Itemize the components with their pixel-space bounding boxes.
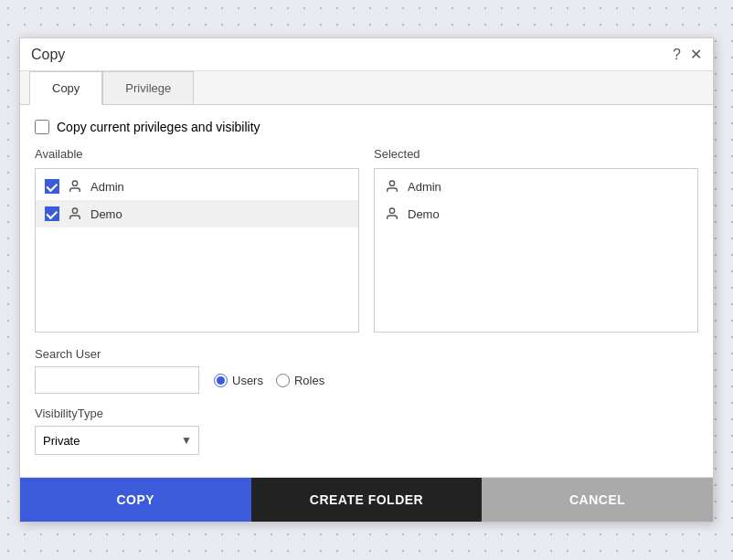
user-icon [67, 178, 83, 195]
selected-list: Admin Demo [374, 168, 698, 333]
radio-roles[interactable]: Roles [276, 374, 324, 387]
radio-users-label: Users [232, 374, 263, 387]
dialog-footer: COPY CREATE FOLDER CANCEL [20, 477, 713, 522]
dialog-title: Copy [31, 47, 65, 63]
search-input[interactable] [35, 366, 199, 394]
demo-name: Demo [90, 207, 122, 221]
copy-dialog: Copy ? ✕ Copy Privilege Copy current pri… [19, 37, 714, 523]
radio-users-input[interactable] [214, 374, 228, 387]
user-icon [67, 206, 83, 222]
radio-roles-label: Roles [294, 374, 324, 387]
user-icon [384, 178, 400, 195]
svg-point-1 [72, 208, 77, 213]
tab-copy[interactable]: Copy [29, 71, 102, 105]
copy-privileges-label: Copy current privileges and visibility [57, 120, 260, 134]
selected-admin-name: Admin [408, 180, 441, 194]
list-item[interactable]: Demo [375, 200, 697, 227]
search-row: Users Roles [35, 366, 698, 394]
available-list: Admin Demo [35, 168, 359, 333]
copy-privileges-row: Copy current privileges and visibility [35, 120, 698, 134]
visibility-select[interactable]: Private Public Internal [35, 426, 199, 455]
list-item[interactable]: Admin [36, 173, 358, 200]
help-icon[interactable]: ? [673, 47, 681, 63]
radio-group: Users Roles [214, 374, 324, 387]
selected-demo-name: Demo [408, 207, 440, 221]
svg-point-0 [72, 181, 77, 185]
available-label: Available [35, 147, 359, 161]
radio-users[interactable]: Users [214, 374, 263, 387]
create-folder-button[interactable]: CREATE FOLDER [251, 478, 483, 522]
list-item[interactable]: Admin [375, 173, 697, 200]
user-icon [384, 206, 400, 222]
title-bar-icons: ? ✕ [673, 46, 702, 63]
radio-roles-input[interactable] [276, 374, 290, 387]
visibility-section: VisibilityType Private Public Internal ▼ [35, 407, 698, 455]
available-column: Available Admin [35, 147, 359, 333]
admin-name: Admin [90, 180, 124, 194]
cancel-button[interactable]: CANCEL [482, 478, 713, 522]
selected-column: Selected Admin [374, 147, 698, 333]
visibility-select-wrapper: Private Public Internal ▼ [35, 426, 199, 455]
tab-privilege[interactable]: Privilege [102, 71, 194, 104]
visibility-label: VisibilityType [35, 407, 698, 420]
search-section: Search User Users Roles [35, 347, 698, 394]
tab-content: Copy current privileges and visibility A… [20, 105, 713, 477]
title-bar: Copy ? ✕ [20, 38, 713, 71]
copy-privileges-checkbox[interactable] [35, 120, 49, 134]
list-item[interactable]: Demo [36, 200, 358, 227]
svg-point-2 [389, 181, 394, 185]
svg-point-3 [389, 208, 394, 213]
demo-checkbox[interactable] [45, 206, 59, 221]
available-selected-columns: Available Admin [35, 147, 698, 333]
admin-checkbox[interactable] [45, 179, 59, 194]
selected-label: Selected [374, 147, 698, 161]
tab-bar: Copy Privilege [20, 71, 713, 105]
copy-button[interactable]: COPY [20, 478, 251, 522]
search-label: Search User [35, 347, 698, 361]
close-icon[interactable]: ✕ [690, 46, 702, 63]
